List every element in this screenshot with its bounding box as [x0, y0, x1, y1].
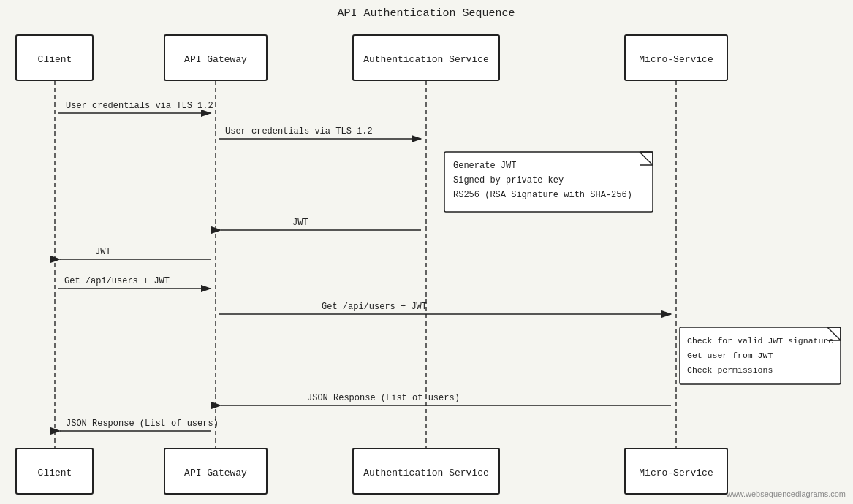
- note-jwt-line1: Generate JWT: [453, 161, 516, 171]
- msg-1-label: User credentials via TLS 1.2: [66, 101, 213, 111]
- note-jwt-line3: RS256 (RSA Signature with SHA-256): [453, 190, 632, 200]
- actor-client-top-label: Client: [38, 54, 72, 65]
- actor-gateway-bottom-label: API Gateway: [184, 467, 247, 478]
- actor-auth-bottom-label: Authentication Service: [363, 467, 489, 478]
- diagram-container: API Authentication Sequence Client API G…: [0, 0, 853, 504]
- actor-micro-bottom-label: Micro-Service: [639, 467, 713, 478]
- actor-gateway-top-label: API Gateway: [184, 54, 247, 65]
- note-check-line3: Check permissions: [687, 365, 773, 375]
- note-jwt-line2: Signed by private key: [453, 175, 564, 186]
- msg-5-label: Get /api/users + JWT: [64, 276, 170, 286]
- msg-4-label: JWT: [95, 247, 111, 257]
- note-check-line2: Get user from JWT: [687, 351, 773, 360]
- msg-3-label: JWT: [292, 218, 308, 228]
- msg-6-label: Get /api/users + JWT: [322, 302, 427, 312]
- msg-2-label: User credentials via TLS 1.2: [225, 126, 373, 137]
- actor-client-bottom-label: Client: [38, 467, 72, 478]
- note-check-line1: Check for valid JWT signature: [687, 336, 833, 345]
- actor-micro-top-label: Micro-Service: [639, 54, 713, 65]
- sequence-diagram: API Authentication Sequence Client API G…: [0, 0, 853, 504]
- diagram-title: API Authentication Sequence: [337, 7, 515, 20]
- actor-auth-top-label: Authentication Service: [363, 54, 489, 65]
- watermark: www.websequencediagrams.com: [727, 489, 846, 498]
- msg-7-label: JSON Response (List of users): [307, 393, 460, 403]
- msg-8-label: JSON Response (List of users): [66, 419, 219, 429]
